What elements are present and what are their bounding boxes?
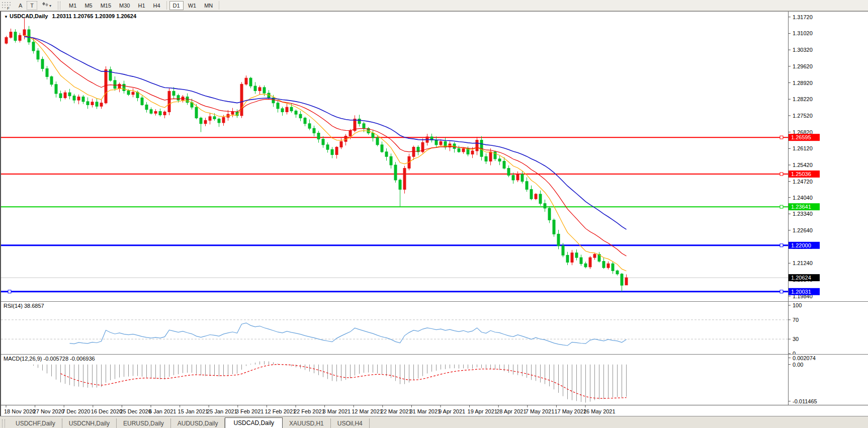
chart-collapse-icon[interactable]: ▼ <box>4 15 8 19</box>
macd-histogram <box>34 361 627 403</box>
date-label: 12 Mar 2021 <box>352 408 383 414</box>
dropdown-caret-icon: ▾ <box>49 4 51 8</box>
candle <box>277 103 279 109</box>
timeframe-m15[interactable]: M15 <box>97 1 115 10</box>
hline-handle[interactable] <box>780 244 783 247</box>
date-label: 19 Apr 2021 <box>468 408 497 414</box>
candle <box>50 76 53 84</box>
hline-handle[interactable] <box>780 205 783 208</box>
candle <box>548 208 551 220</box>
candle <box>335 147 338 155</box>
candle <box>376 138 379 145</box>
candle <box>331 149 333 154</box>
candle <box>123 84 125 91</box>
hline-handle[interactable] <box>780 136 783 139</box>
candle <box>245 78 247 84</box>
candle <box>141 98 143 105</box>
candle <box>19 35 21 40</box>
candle <box>566 255 569 262</box>
date-label: 9 Apr 2021 <box>439 408 465 414</box>
trading-terminal-window: F A T ▾ M1M5M15M30H1H4D1W1MN ▼ USDCAD,Da… <box>0 0 868 428</box>
macd-axis[interactable]: 0.0020740.00-0.011465 <box>788 355 868 405</box>
candle <box>440 141 442 145</box>
candle <box>82 97 84 102</box>
macd-tick-label: 0.00 <box>793 362 803 368</box>
macd-label: MACD(12,26,9) -0.005728 -0.006936 <box>4 356 95 362</box>
tab-usdcad-daily[interactable]: USDCAD,Daily <box>225 417 283 428</box>
timeframe-m30[interactable]: M30 <box>116 1 133 10</box>
toolbar-grip-icon[interactable]: F <box>1 1 11 10</box>
candle <box>503 161 505 168</box>
candle <box>186 97 189 103</box>
hline-handle[interactable] <box>780 173 783 176</box>
hline-handle[interactable] <box>8 290 11 293</box>
timeframe-w1[interactable]: W1 <box>185 1 200 10</box>
candle <box>41 59 44 69</box>
candle <box>204 120 207 124</box>
candle <box>602 262 605 268</box>
candle <box>616 271 619 274</box>
candle <box>154 112 157 114</box>
candle <box>168 91 170 112</box>
timeframe-h4[interactable]: H4 <box>150 1 164 10</box>
date-axis-row: 18 Nov 202027 Nov 20207 Dec 202016 Dec 2… <box>1 405 868 416</box>
timeframe-h1[interactable]: H1 <box>134 1 148 10</box>
styles-diamonds-icon <box>42 2 49 7</box>
tab-eurusd-daily[interactable]: EURUSD,Daily <box>117 418 171 428</box>
candle <box>109 69 112 80</box>
macd-plot[interactable] <box>1 355 790 405</box>
price-tick-label: 1.29620 <box>793 63 813 69</box>
rsi-axis[interactable]: 10070300 <box>788 302 868 354</box>
price-tick-label: 1.24720 <box>793 179 813 185</box>
timeframe-group-grip[interactable] <box>58 2 60 10</box>
candle <box>163 112 166 115</box>
candle <box>584 264 587 267</box>
tab-usdcnh-daily[interactable]: USDCNH,Daily <box>62 418 117 428</box>
candle <box>64 93 66 98</box>
date-label: 12 Feb 2021 <box>265 408 296 414</box>
candle <box>621 274 623 285</box>
candle <box>46 69 48 77</box>
date-label: 25 Jan 2021 <box>207 408 237 414</box>
timeframe-m5[interactable]: M5 <box>81 1 96 10</box>
candle <box>575 253 578 258</box>
candle <box>412 147 415 157</box>
candle <box>385 152 388 156</box>
candle <box>145 105 148 109</box>
price-chart-plot[interactable] <box>1 12 790 301</box>
candle <box>10 32 12 38</box>
font-tool-button[interactable]: A <box>15 1 26 10</box>
rsi-label: RSI(14) 38.6857 <box>4 303 44 309</box>
date-label: 26 May 2021 <box>583 408 616 414</box>
candle <box>539 194 542 204</box>
rsi-plot[interactable] <box>1 302 790 354</box>
timeframe-mn[interactable]: MN <box>201 1 216 10</box>
tab-usdchf-daily[interactable]: USDCHF,Daily <box>9 418 62 428</box>
tab-xauusd-h1[interactable]: XAUUSD,H1 <box>283 418 331 428</box>
price-tick-label: 1.30320 <box>793 47 813 53</box>
tab-usoil-h4[interactable]: USOil,H4 <box>331 418 370 428</box>
chart-styles-button[interactable]: ▾ <box>38 1 55 11</box>
hline-handle[interactable] <box>780 290 783 293</box>
date-label: 16 Dec 2020 <box>91 408 122 414</box>
candle <box>32 42 35 51</box>
rsi-line <box>70 323 627 346</box>
candle <box>240 84 243 116</box>
date-axis[interactable]: 18 Nov 202027 Nov 20207 Dec 202016 Dec 2… <box>1 405 868 416</box>
candle <box>317 133 320 139</box>
tab-audusd-daily[interactable]: AUDUSD,Daily <box>171 418 225 428</box>
candle <box>435 140 438 145</box>
price-tick-label: 1.25420 <box>793 162 813 168</box>
tabbar-grip[interactable] <box>2 419 5 427</box>
price-axis[interactable]: 1.317201.310201.303201.296201.289201.282… <box>788 12 868 301</box>
candle <box>218 119 220 122</box>
date-label: 15 Jan 2021 <box>178 408 209 414</box>
timeframe-m1[interactable]: M1 <box>65 1 80 10</box>
candle <box>195 107 198 118</box>
text-tool-button[interactable]: T <box>27 1 37 10</box>
timeframe-d1[interactable]: D1 <box>169 1 184 10</box>
candle <box>290 107 293 111</box>
macd-tick-label: 0.002074 <box>793 355 816 361</box>
candle <box>589 258 591 267</box>
date-label: 22 Feb 2021 <box>294 408 325 414</box>
